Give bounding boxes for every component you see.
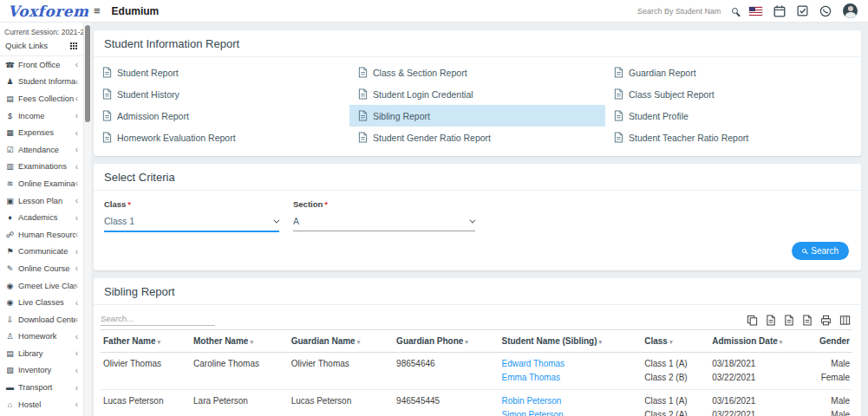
table-search-input[interactable]	[101, 312, 215, 326]
sidebar-item-academics[interactable]: ♦Academics‹	[0, 209, 83, 226]
sidebar-item-communicate[interactable]: ⚑Communicate‹	[0, 244, 83, 261]
sort-icon: ▾	[250, 339, 253, 345]
document-icon	[614, 110, 623, 121]
report-link-student-history[interactable]: Student History	[94, 83, 349, 105]
search-icon[interactable]	[732, 8, 738, 14]
report-link-student-report[interactable]: Student Report	[94, 62, 349, 83]
quick-links-label: Quick Links	[5, 41, 48, 50]
brand-logo: Voxforem	[0, 3, 87, 20]
sidebar-item-library[interactable]: ▤Library‹	[0, 345, 83, 362]
sidebar-item-examinations[interactable]: ▥Examinations‹	[0, 159, 83, 176]
export-pdf-icon[interactable]	[802, 315, 813, 326]
hamburger-menu-icon[interactable]: ≡	[94, 4, 101, 17]
guardian-phone-cell: 946545445	[394, 390, 499, 416]
chevron-left-icon: ‹	[75, 348, 78, 358]
task-check-icon[interactable]	[797, 5, 808, 16]
student-link[interactable]: Robin Peterson	[501, 394, 639, 408]
report-nav-title: Student Information Report	[94, 30, 861, 57]
hostel-icon: ⌂	[5, 400, 15, 409]
chevron-left-icon: ‹	[75, 383, 78, 393]
sidebar-item-fees-collection[interactable]: ▤Fees Collection‹	[0, 90, 83, 107]
search-button[interactable]: Search	[792, 242, 849, 260]
sidebar-item-homework[interactable]: ♙Homework‹	[0, 328, 83, 346]
document-icon	[102, 67, 112, 78]
report-link-student-teacher-ratio-report[interactable]: Student Teacher Ratio Report	[605, 127, 861, 148]
sidebar-item-lesson-plan[interactable]: ▣Lesson Plan‹	[0, 192, 83, 210]
report-link-homework-evaluation-report[interactable]: Homework Evaluation Report	[94, 127, 349, 148]
chevron-left-icon: ‹	[75, 298, 78, 308]
col-mother-name[interactable]: Mother Name▾	[191, 330, 289, 353]
class-select[interactable]: Class 1	[104, 209, 279, 232]
calendar-icon[interactable]	[773, 5, 786, 17]
sidebar-item-income[interactable]: $Income‹	[0, 107, 83, 125]
col-class[interactable]: Class▾	[642, 330, 709, 353]
sidebar-item-student-information[interactable]: ♟Student Information‹	[0, 74, 83, 91]
attendance-icon: ☑	[5, 146, 15, 154]
sidebar-item-online-course[interactable]: ✎Online Course‹	[0, 260, 83, 277]
report-link-student-profile[interactable]: Student Profile	[605, 105, 861, 127]
report-link-admission-report[interactable]: Admission Report	[94, 105, 349, 127]
section-field-label: Section*	[293, 199, 475, 209]
sidebar-item-certificate[interactable]: ▨Certificate‹	[0, 413, 83, 416]
column-visibility-icon[interactable]	[839, 315, 851, 326]
document-icon	[614, 88, 623, 100]
document-icon	[614, 132, 623, 143]
quick-links-grid-icon[interactable]	[70, 42, 72, 44]
student-link[interactable]: Edward Thomas	[501, 357, 639, 371]
chevron-left-icon: ‹	[75, 332, 78, 341]
copy-icon[interactable]	[747, 315, 758, 326]
sibling-names-cell: Robin Peterson Simon Peterson	[499, 390, 642, 416]
chevron-left-icon: ‹	[75, 196, 78, 205]
library-icon: ▤	[5, 349, 15, 358]
report-link-sibling-report[interactable]: Sibling Report	[349, 105, 605, 127]
col-student-name-sibling[interactable]: Student Name (Sibling)▾	[499, 330, 642, 353]
col-admission-date[interactable]: Admission Date▾	[709, 330, 799, 353]
report-link-class-section-report[interactable]: Class & Section Report	[349, 62, 605, 83]
sidebar-item-expenses[interactable]: ▦Expenses‹	[0, 124, 83, 141]
guardian-name-cell: Lucas Peterson	[289, 390, 394, 416]
sidebar-item-attendance[interactable]: ☑Attendance‹	[0, 141, 83, 159]
report-link-student-gender-ratio-report[interactable]: Student Gender Ratio Report	[349, 127, 605, 148]
col-guardian-name[interactable]: Guardian Name▾	[289, 330, 394, 353]
communicate-icon: ⚑	[5, 247, 15, 256]
sidebar-item-gmeet-live-classes[interactable]: ◉Gmeet Live Classes‹	[0, 277, 83, 295]
mother-name-cell: Lara Peterson	[191, 390, 289, 416]
sidebar: Current Session: 2021-22 Quick Links ☎Fr…	[0, 23, 83, 416]
col-father-name[interactable]: Father Name▾	[101, 330, 191, 353]
report-link-guardian-report[interactable]: Guardian Report	[605, 62, 861, 83]
col-guardian-phone[interactable]: Guardian Phone▾	[394, 330, 499, 353]
fees-collection-icon: ▤	[5, 94, 15, 103]
document-icon	[358, 132, 368, 143]
report-link-student-login-credential[interactable]: Student Login Credential	[349, 83, 605, 105]
document-icon	[102, 110, 112, 121]
section-select[interactable]: A	[293, 209, 475, 231]
table-row: Olivier Thomas Caroline Thomas Olivier T…	[101, 353, 852, 390]
sidebar-item-human-resource[interactable]: ☍Human Resource‹	[0, 226, 83, 244]
document-icon	[614, 67, 623, 78]
sidebar-item-online-examinations[interactable]: ≋Online Examinations‹	[0, 175, 83, 192]
sidebar-item-hostel[interactable]: ⌂Hostel‹	[0, 396, 83, 413]
whatsapp-icon[interactable]	[819, 5, 832, 17]
student-link[interactable]: Simon Peterson	[501, 408, 639, 416]
export-excel-icon[interactable]	[766, 315, 776, 326]
sidebar-item-live-classes[interactable]: ◉Live Classes‹	[0, 294, 83, 311]
export-csv-icon[interactable]	[784, 315, 794, 326]
sidebar-item-front-office[interactable]: ☎Front Office‹	[0, 56, 83, 74]
chevron-left-icon: ‹	[75, 247, 78, 257]
report-link-class-subject-report[interactable]: Class Subject Report	[605, 83, 861, 105]
student-link[interactable]: Emma Thomas	[501, 371, 639, 385]
sidebar-item-transport[interactable]: ▬Transport‹	[0, 379, 83, 396]
scrollbar-thumb[interactable]	[85, 25, 90, 122]
chevron-left-icon: ‹	[75, 230, 78, 239]
document-icon	[358, 110, 368, 121]
user-avatar[interactable]	[843, 3, 858, 18]
sidebar-scrollbar[interactable]	[83, 23, 91, 416]
sidebar-item-inventory[interactable]: ▧Inventory‹	[0, 362, 83, 380]
chevron-left-icon: ‹	[75, 128, 78, 138]
student-search-input[interactable]	[637, 7, 721, 16]
print-icon[interactable]	[820, 315, 832, 326]
language-flag-icon[interactable]	[749, 7, 762, 16]
sort-icon: ▾	[357, 339, 361, 345]
sidebar-item-download-center[interactable]: ⇩Download Center‹	[0, 311, 83, 328]
col-gender[interactable]: Gender	[799, 330, 852, 353]
